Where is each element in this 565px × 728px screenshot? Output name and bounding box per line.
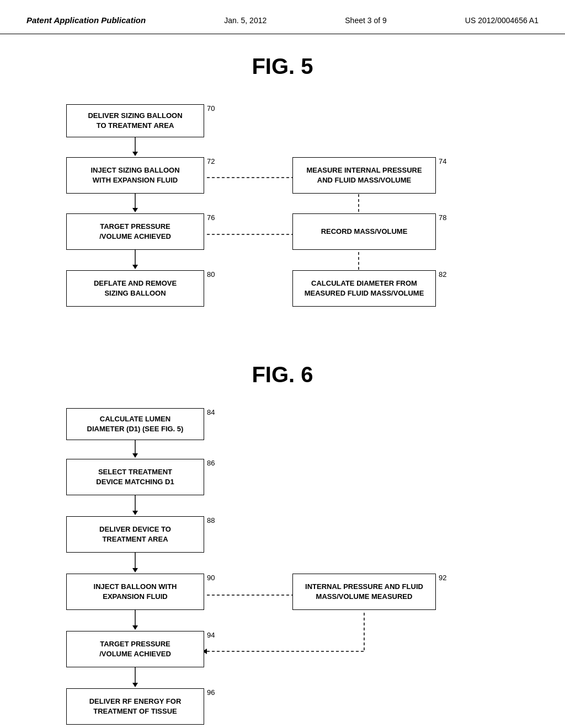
ref-72: 72 [207,157,215,165]
box-90: INJECT BALLOON WITH EXPANSION FLUID [66,574,204,610]
ref-94: 94 [207,631,215,639]
svg-marker-5 [132,265,138,269]
box-92: INTERNAL PRESSURE AND FLUID MASS/VOLUME … [292,574,436,610]
ref-88: 88 [207,516,215,524]
box-84: CALCULATE LUMEN DIAMETER (D1) (SEE FIG. … [66,408,204,440]
sheet-label: Sheet 3 of 9 [345,16,387,25]
box-70: DELIVER SIZING BALLOON TO TREATMENT AREA [66,104,204,137]
publication-label: Patent Application Publication [26,15,146,25]
box-82: CALCULATE DIAMETER FROM MEASURED FLUID M… [292,270,436,307]
box-96: DELIVER RF ENERGY FOR TREATMENT OF TISSU… [66,688,204,725]
ref-92: 92 [439,574,446,582]
svg-marker-23 [132,683,138,687]
ref-74: 74 [439,157,446,165]
box-74: MEASURE INTERNAL PRESSURE AND FLUID MASS… [292,157,436,194]
date-label: Jan. 5, 2012 [224,16,266,25]
svg-marker-19 [132,568,138,572]
page-content: FIG. 5 DELIVER SIZ [0,34,565,728]
box-72: INJECT SIZING BALLOON WITH EXPANSION FLU… [66,157,204,194]
ref-78: 78 [439,213,446,222]
ref-86: 86 [207,459,215,467]
patent-number: US 2012/0004656 A1 [465,16,539,25]
svg-marker-15 [132,453,138,458]
ref-96: 96 [207,688,215,697]
ref-90: 90 [207,574,215,582]
box-80: DEFLATE AND REMOVE SIZING BALLOON [66,270,204,307]
svg-marker-3 [132,208,138,212]
box-86: SELECT TREATMENT DEVICE MATCHING D1 [66,459,204,495]
svg-marker-21 [132,625,138,630]
box-76: TARGET PRESSURE /VOLUME ACHIEVED [66,213,204,250]
ref-80: 80 [207,270,215,279]
svg-marker-1 [132,152,138,156]
box-78: RECORD MASS/VOLUME [292,213,436,250]
fig6-flowchart: CALCULATE LUMEN DIAMETER (D1) (SEE FIG. … [33,400,532,728]
ref-76: 76 [207,213,215,222]
fig6-arrows [33,400,532,728]
page-header: Patent Application Publication Jan. 5, 2… [0,0,565,34]
ref-82: 82 [439,270,446,279]
ref-70: 70 [207,104,215,113]
fig5-flowchart: DELIVER SIZING BALLOON TO TREATMENT AREA… [33,92,532,346]
ref-84: 84 [207,408,215,416]
svg-marker-17 [132,511,138,515]
box-94: TARGET PRESSURE /VOLUME ACHIEVED [66,631,204,667]
fig6-title: FIG. 6 [33,362,532,387]
fig5-title: FIG. 5 [33,54,532,79]
box-88: DELIVER DEVICE TO TREATMENT AREA [66,516,204,553]
